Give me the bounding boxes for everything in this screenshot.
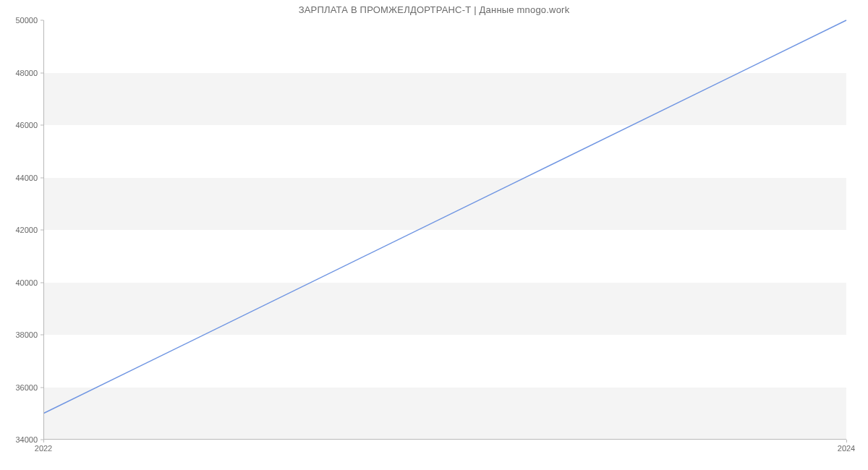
y-tick-label: 38000 bbox=[4, 330, 38, 339]
y-tick-mark bbox=[41, 177, 43, 178]
plot-area bbox=[43, 20, 846, 440]
y-tick-mark bbox=[41, 282, 43, 283]
line-series bbox=[43, 20, 846, 440]
y-tick-label: 36000 bbox=[4, 383, 38, 392]
y-tick-label: 46000 bbox=[4, 121, 38, 129]
y-tick-mark bbox=[41, 230, 43, 231]
axis-spine-bottom bbox=[43, 439, 846, 440]
y-tick-mark bbox=[41, 20, 43, 21]
x-tick-mark bbox=[43, 440, 44, 443]
y-tick-mark bbox=[41, 125, 43, 126]
y-tick-mark bbox=[41, 72, 43, 73]
y-tick-label: 44000 bbox=[4, 174, 38, 182]
y-tick-mark bbox=[41, 387, 43, 388]
y-tick-label: 50000 bbox=[4, 16, 38, 25]
y-tick-label: 34000 bbox=[4, 435, 38, 444]
axis-spine-left bbox=[43, 20, 44, 440]
y-tick-label: 42000 bbox=[4, 226, 38, 234]
x-tick-label: 2024 bbox=[838, 444, 855, 453]
y-tick-label: 48000 bbox=[4, 69, 38, 77]
x-tick-label: 2022 bbox=[35, 444, 52, 453]
y-tick-label: 40000 bbox=[4, 278, 38, 287]
y-tick-mark bbox=[41, 335, 43, 336]
x-tick-mark bbox=[846, 440, 847, 443]
series-line bbox=[43, 20, 846, 414]
chart-title: ЗАРПЛАТА В ПРОМЖЕЛДОРТРАНС-Т | Данные mn… bbox=[0, 4, 868, 15]
